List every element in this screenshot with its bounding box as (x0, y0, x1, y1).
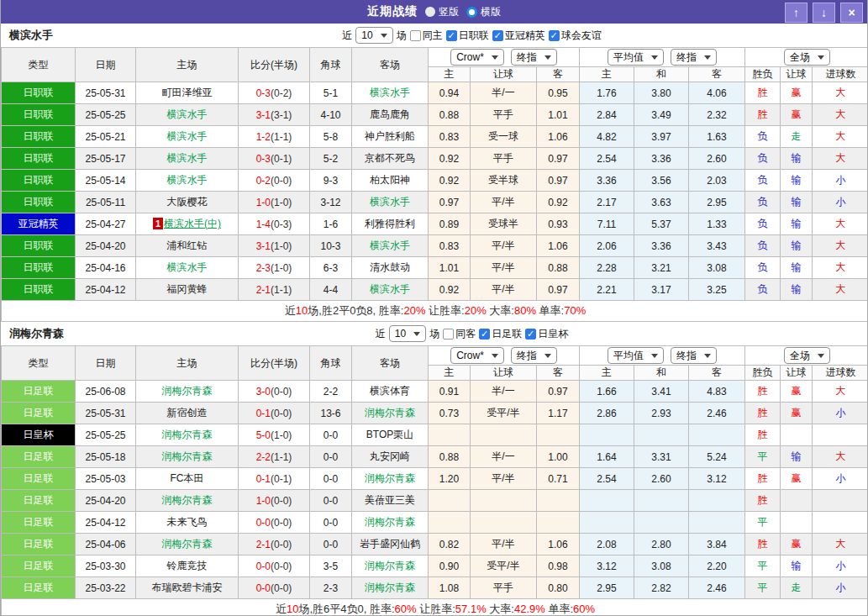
summary-segment: 10 (296, 304, 308, 317)
filter-checkbox-1-4[interactable]: ✓球会友谊 (549, 29, 602, 43)
sub-column-header: 客 (689, 366, 745, 381)
handicap-odds-value: 0.88 (429, 446, 471, 468)
result-flag: 胜 (745, 424, 781, 446)
handicap-odds-value: 0.97 (537, 381, 580, 403)
checkbox-label: 球会友谊 (561, 29, 602, 43)
halftime-score: (1-0) (271, 240, 292, 252)
dropdown-header-cell: 全场 (745, 346, 868, 366)
result-flag: 负 (745, 235, 781, 257)
league-badge: 日职联 (2, 104, 76, 126)
league-badge: 日足联 (2, 468, 76, 490)
average-odds-value: 3.25 (689, 279, 745, 301)
result-flag: 大 (813, 82, 868, 104)
average-odds-value: 2.82 (634, 577, 689, 599)
europe-final-select[interactable]: 终指 (671, 347, 717, 364)
chevron-down-icon (492, 354, 498, 358)
match-date: 25-03-22 (76, 577, 136, 599)
games-count-select[interactable]: 10 (355, 27, 392, 44)
home-team: 润梅尔青森 (136, 534, 239, 555)
filter-checkbox-2-3[interactable]: ✓日皇杯 (525, 327, 568, 341)
odds-company-select[interactable]: Crow* (450, 347, 504, 364)
select-value: 终指 (676, 349, 697, 363)
result-flag: 输 (781, 148, 813, 170)
filter-checkbox-1-2[interactable]: ✓日职联 (446, 29, 489, 43)
window-controls: ↑ ↓ × (785, 3, 863, 23)
average-odds-value: 2.08 (580, 534, 634, 555)
filter-checkbox-1-3[interactable]: ✓亚冠精英 (492, 29, 545, 43)
radio-vertical-label: 竖版 (439, 5, 459, 19)
score: 2-2(1-1) (239, 446, 310, 468)
close-button[interactable]: × (840, 3, 863, 23)
filter-checkbox-2-1[interactable]: 同客 (443, 327, 476, 341)
result-flag: 走 (781, 577, 813, 599)
checkbox-label: 日职联 (459, 29, 489, 43)
result-flag: 赢 (781, 104, 813, 126)
goals-scope-select[interactable]: 全场 (784, 347, 830, 364)
score: 3-1(1-0) (239, 235, 310, 257)
result-flag: 负 (745, 257, 781, 279)
filter-checkbox-1-1[interactable]: 同主 (410, 29, 443, 43)
result-flag: 小 (813, 468, 868, 490)
layout-radio-horizontal[interactable]: 横版 (466, 5, 501, 19)
handicap-odds-value: 受平/半 (471, 403, 537, 424)
handicap-final-select[interactable]: 终指 (511, 347, 557, 364)
average-odds-value: 3.63 (634, 192, 689, 213)
handicap-odds-value: 平/半 (471, 468, 537, 490)
layout-radio-vertical[interactable]: 竖版 (425, 5, 459, 19)
dropdown-group: Crow*终指 (429, 347, 579, 364)
result-flag: 平 (745, 512, 781, 534)
corner-score: 5-1 (310, 82, 352, 104)
handicap-odds-value: 0.98 (537, 555, 580, 577)
europe-final-select[interactable]: 终指 (671, 49, 717, 66)
handicap-odds-value: 0.97 (429, 192, 471, 213)
handicap-odds-value: 1.17 (537, 403, 580, 424)
match-row: 日足联25-05-31新宿创造0-1(0-0)13-6润梅尔青森0.73受平/半… (2, 403, 868, 424)
score: 1-0(1-0) (239, 192, 310, 213)
match-row: 日职联25-04-16横滨水手2-3(1-0)6-3清水鼓动1.01平/半0.8… (2, 257, 868, 279)
result-flag: 胜 (745, 82, 781, 104)
match-row: 日职联25-05-25横滨水手3-1(3-1)4-10鹿岛鹿角0.88平手1.0… (2, 104, 868, 126)
sub-column-header: 胜负 (745, 366, 781, 381)
result-flag: 输 (781, 257, 813, 279)
home-team-link[interactable]: 横滨水手(中) (164, 218, 221, 229)
handicap-odds-value: 1.01 (537, 104, 580, 126)
average-odds-value: 2.21 (580, 279, 634, 301)
handicap-odds-value: 1.06 (537, 126, 580, 148)
home-team: 1横滨水手(中) (136, 213, 239, 235)
goals-scope-select[interactable]: 全场 (784, 49, 830, 66)
handicap-final-select[interactable]: 终指 (511, 49, 557, 66)
chevron-down-icon (651, 354, 658, 358)
titlebar: 近期战绩 竖版 横版 ↑ ↓ × (1, 0, 867, 24)
league-badge: 日职联 (2, 148, 76, 170)
halftime-score: (0-0) (271, 495, 292, 507)
result-flag: 赢 (781, 468, 813, 490)
score: 5-0(1-0) (239, 424, 310, 446)
corner-score: 0-0 (310, 446, 352, 468)
games-count-select[interactable]: 10 (389, 325, 426, 342)
checkbox-checked-icon: ✓ (525, 329, 536, 340)
scroll-down-button[interactable]: ↓ (813, 3, 835, 23)
europe-average-select[interactable]: 平均值 (608, 49, 664, 66)
fulltime-score: 1-2 (256, 131, 271, 143)
scroll-up-button[interactable]: ↑ (785, 3, 808, 23)
team-section-header: 横滨水手近10场同主✓日职联✓亚冠精英✓球会友谊 (1, 24, 867, 47)
handicap-odds-value: 0.88 (429, 104, 471, 126)
average-odds-value: 3.36 (634, 148, 689, 170)
corner-score: 2-2 (310, 381, 352, 403)
odds-company-select[interactable]: Crow* (450, 49, 504, 66)
halftime-score: (0-2) (271, 87, 292, 99)
handicap-odds-value: 0.97 (537, 279, 580, 301)
result-flag: 负 (745, 213, 781, 235)
fulltime-score: 2-3 (256, 262, 271, 274)
fulltime-score: 0-3 (256, 87, 271, 99)
league-badge: 日职联 (2, 235, 76, 257)
games-unit-label: 场 (429, 327, 439, 341)
checkbox-label: 同客 (455, 327, 476, 341)
handicap-odds-value: 平手 (471, 104, 537, 126)
filter-checkbox-2-2[interactable]: ✓日足联 (479, 327, 522, 341)
corner-score: 10-3 (310, 235, 352, 257)
average-odds-value: 1.64 (580, 446, 634, 468)
europe-average-select[interactable]: 平均值 (608, 347, 664, 364)
corner-score: 0-0 (310, 424, 352, 446)
sub-column-header: 让球 (471, 366, 537, 381)
